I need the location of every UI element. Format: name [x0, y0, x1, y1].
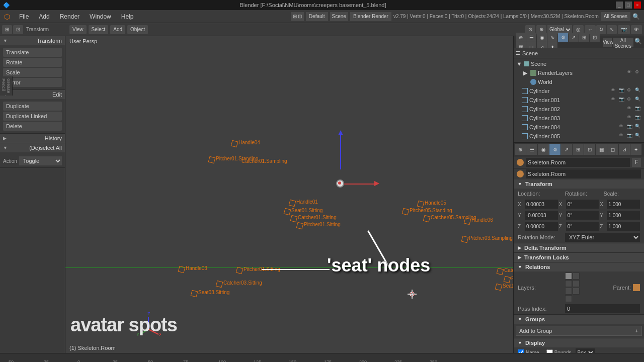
object-menu[interactable]: Object — [127, 25, 148, 34]
layer-2[interactable] — [573, 273, 580, 280]
cyl004-search-btn[interactable]: 🔍 — [635, 124, 642, 131]
visibility-btn[interactable]: 👁 — [631, 25, 642, 34]
groups-header[interactable]: ▼ Groups — [514, 315, 644, 324]
scale-z[interactable] — [607, 222, 640, 231]
cyl001-render-btn[interactable]: 📷 — [619, 97, 626, 104]
object-name-input2[interactable] — [526, 169, 641, 178]
cyl002-vis-btn[interactable]: 👁 — [627, 106, 634, 113]
action-select[interactable]: Toggle Select Deselect — [19, 156, 62, 165]
tree-item-cyl003[interactable]: Cylinder.003 👁 📷 — [514, 114, 644, 123]
rtb-scene[interactable]: ☰ — [526, 33, 536, 42]
rtb-world[interactable]: ∿ — [547, 33, 557, 42]
props-tab-object[interactable]: ⚙ — [549, 144, 560, 155]
props-tab-world[interactable]: ◉ — [538, 144, 549, 155]
rtb-constraint[interactable]: ↗ — [569, 33, 579, 42]
layer-1[interactable] — [565, 273, 572, 280]
view-menu[interactable]: View — [69, 25, 87, 34]
add-menu[interactable]: Add — [110, 25, 125, 34]
locks-header[interactable]: ▶ Transform Locks — [514, 253, 644, 262]
rtb-modifier[interactable]: ⊞ — [579, 33, 589, 42]
scale-btn[interactable]: Scale — [3, 68, 62, 77]
relations-header[interactable]: ▼ Relations — [514, 262, 644, 272]
viewport[interactable]: User Persp Handle04 Pitcher01.Standing — [65, 36, 513, 353]
cyl005-render-btn[interactable]: 📷 — [627, 133, 634, 140]
deselect-header[interactable]: ▼ (De)select All — [0, 143, 65, 152]
cyl001-settings[interactable]: ⚙ — [627, 97, 634, 104]
rotation-y[interactable] — [566, 211, 599, 220]
engine-selector[interactable]: Blender Render — [350, 12, 391, 21]
scale-icon[interactable]: ⤡ — [607, 25, 617, 34]
tree-item-cyl001[interactable]: Cylinder.001 👁 📷 ⚙ 🔍 — [514, 96, 644, 105]
tree-item-cylinder[interactable]: Cylinder 👁 📷 ⚙ 🔍 — [514, 86, 644, 96]
cyl003-render-btn[interactable]: 📷 — [635, 115, 642, 122]
cyl003-vis-btn[interactable]: 👁 — [627, 115, 634, 122]
tree-item-renderlayers[interactable]: ▶ RenderLayers 👁 ⚙ — [514, 68, 644, 77]
props-tab-render[interactable]: ⊕ — [515, 144, 526, 155]
view-btn[interactable]: View — [603, 38, 612, 47]
bounds-checkbox[interactable] — [546, 349, 553, 353]
history-header[interactable]: ▶ History — [0, 134, 65, 143]
rotation-mode-select[interactable]: XYZ Euler XZY Euler YXZ Euler Quaternion… — [565, 233, 640, 242]
props-tab-scene[interactable]: ☰ — [526, 144, 537, 155]
rtb-object[interactable]: ⚙ — [558, 33, 568, 42]
delta-header[interactable]: ▶ Delta Transform — [514, 243, 644, 252]
menu-render[interactable]: Render — [55, 10, 85, 23]
scene-btn-top[interactable]: All Scenes — [613, 38, 633, 47]
props-tab-particles[interactable]: ⊿ — [619, 144, 630, 155]
display-header[interactable]: ▼ Display — [514, 338, 644, 347]
layer-3[interactable] — [565, 280, 572, 287]
tree-item-cyl004[interactable]: Cylinder.004 👁 📷 🔍 — [514, 123, 644, 132]
scene-selector[interactable]: Scene — [330, 12, 348, 21]
layer-4[interactable] — [573, 280, 580, 287]
duplicate-linked-btn[interactable]: Duplicate Linked — [3, 112, 62, 121]
renderlayers-settings-btn[interactable]: ⚙ — [635, 69, 642, 76]
props-tab-texture[interactable]: ◻ — [607, 144, 618, 155]
cyl001-lock[interactable]: 🔍 — [635, 97, 642, 104]
close-button[interactable]: × — [634, 2, 641, 9]
window-controls[interactable]: _ □ × — [616, 2, 641, 9]
location-y[interactable] — [525, 211, 558, 220]
camera-btn[interactable]: 📷 — [618, 25, 630, 34]
search-btn[interactable]: 🔍 — [634, 38, 642, 47]
all-scenes[interactable]: All Scenes — [601, 12, 630, 21]
cyl005-search-btn[interactable]: 🔍 — [635, 133, 642, 140]
delete-btn[interactable]: Delete — [3, 122, 62, 131]
cyl-render-btn[interactable]: 📷 — [619, 87, 626, 95]
tree-item-cyl005[interactable]: Cylinder.005 👁 📷 🔍 — [514, 132, 644, 141]
pass-index-input[interactable] — [565, 304, 640, 313]
object-name-input[interactable] — [526, 158, 630, 167]
props-tab-material[interactable]: ▦ — [596, 144, 607, 155]
viewport-shading-btn[interactable]: ⊡ — [13, 25, 23, 34]
renderlayers-vis-btn[interactable]: 👁 — [627, 69, 634, 76]
scale-y[interactable] — [607, 211, 640, 220]
menu-help[interactable]: Help — [116, 10, 139, 23]
rtb-view[interactable]: ⊕ — [516, 33, 526, 42]
location-z[interactable] — [525, 222, 558, 231]
object-name-btn[interactable]: F — [632, 158, 641, 167]
tree-item-world[interactable]: World — [514, 77, 644, 86]
cyl001-vis-btn[interactable]: 👁 — [611, 97, 618, 104]
menu-file[interactable]: File — [14, 10, 34, 23]
maximize-button[interactable]: □ — [625, 2, 632, 9]
cyl004-vis-btn[interactable]: 👁 — [619, 124, 626, 131]
tree-item-scene[interactable]: ▼ Scene — [514, 59, 644, 68]
props-tab-physics[interactable]: ✦ — [630, 144, 641, 155]
rotation-x[interactable] — [566, 200, 599, 209]
transform-prop-header[interactable]: ▼ Transform — [514, 179, 644, 189]
duplicate-btn[interactable]: Duplicate — [3, 102, 62, 111]
rtb-layer[interactable]: ◉ — [537, 33, 547, 42]
cyl-lock-btn[interactable]: 🔍 — [635, 87, 642, 95]
minimize-button[interactable]: _ — [616, 2, 623, 9]
cyl002-render-btn[interactable]: 📷 — [635, 106, 642, 113]
cyl005-vis-btn[interactable]: 👁 — [619, 133, 626, 140]
scale-x[interactable] — [607, 200, 640, 209]
translate-btn[interactable]: Translate — [3, 48, 62, 57]
layer-6[interactable] — [573, 288, 580, 295]
rotate-btn[interactable]: Rotate — [3, 58, 62, 67]
props-tab-modifier[interactable]: ⊞ — [573, 144, 584, 155]
transform-header[interactable]: ▼ Transform — [0, 36, 65, 45]
location-x[interactable] — [525, 200, 558, 209]
viewport-mode-btn[interactable]: ⊞ — [2, 25, 12, 34]
cyl004-render-btn[interactable]: 📷 — [627, 124, 634, 131]
tree-item-cyl002[interactable]: Cylinder.002 👁 📷 — [514, 105, 644, 114]
